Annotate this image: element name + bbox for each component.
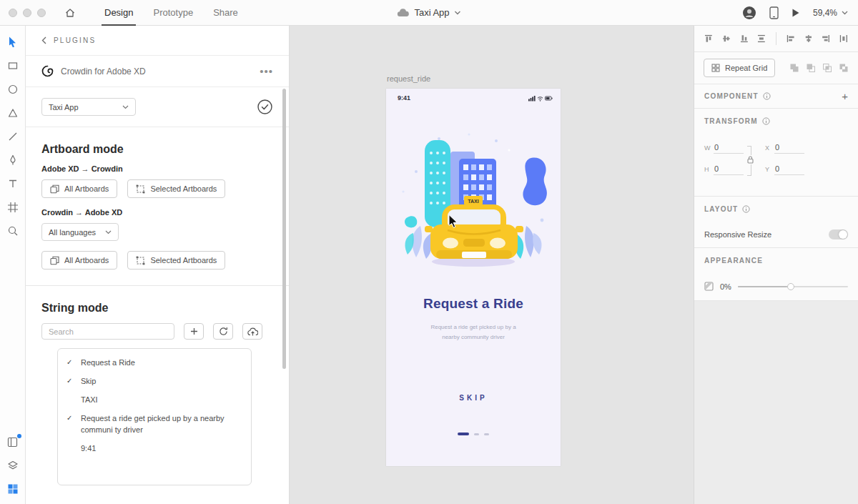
device-preview-icon[interactable] [769,6,779,19]
cloud-icon [397,9,409,17]
taxi-sign-text: TAXI [468,199,478,204]
rectangle-tool[interactable] [6,59,19,72]
info-icon[interactable] [762,117,770,125]
direction-pull-label: Crowdin → Adobe XD [41,208,273,217]
canvas[interactable]: request_ride 9:41 [290,26,694,504]
pull-selected-artboards-button[interactable]: Selected Artboards [127,251,225,270]
repeat-grid-button[interactable]: Repeat Grid [704,59,775,77]
align-top-icon[interactable] [704,34,714,44]
window-zoom-button[interactable] [37,9,46,17]
string-list: ✓ Request a Ride ✓ Skip TAXI ✓ Request a… [57,348,252,485]
layers-button[interactable] [6,459,19,472]
plugin-panel-icon [7,437,18,448]
info-icon[interactable] [742,205,750,213]
project-select[interactable]: Taxi App [41,98,136,116]
property-inspector: Repeat Grid COMPONENT [694,26,858,504]
string-text: Request a Ride [81,357,135,369]
string-list-item[interactable]: 9:41 [58,440,251,458]
zoom-control[interactable]: 59,4% [813,8,848,18]
onboarding-heading[interactable]: Request a Ride [386,296,561,312]
tab-design[interactable]: Design [94,0,143,26]
pull-all-artboards-button[interactable]: All Artboards [41,251,117,270]
boolean-subtract-icon[interactable] [806,63,816,73]
tab-prototype[interactable]: Prototype [143,0,203,26]
search-input[interactable] [41,323,174,340]
boolean-union-icon[interactable] [789,63,799,73]
page-indicator[interactable] [386,433,561,435]
opacity-slider-fill [738,286,787,287]
ellipse-icon [7,84,19,95]
width-input[interactable] [714,142,744,154]
align-hcenter-icon[interactable] [804,34,814,44]
string-list-item[interactable]: TAXI [58,391,251,410]
artboard-icon [7,202,19,213]
polygon-tool[interactable] [6,107,19,119]
y-input[interactable] [774,163,804,175]
x-input[interactable] [774,142,804,154]
boolean-intersect-icon[interactable] [822,63,832,73]
play-preview-icon[interactable] [792,8,800,18]
onboarding-subtitle[interactable]: Request a ride get picked up by a nearby… [386,322,561,342]
height-input[interactable] [714,163,744,175]
layout-header-label: LAYOUT [704,205,738,213]
panel-scrollbar[interactable] [282,89,286,369]
x-field-label: X [765,144,774,152]
add-string-button[interactable] [184,323,204,340]
align-right-icon[interactable] [821,34,831,44]
add-component-button[interactable]: + [842,90,848,102]
string-list-item[interactable]: ✓ Request a Ride [58,354,251,372]
boolean-exclude-icon[interactable] [839,63,849,73]
artboard-tool[interactable] [6,201,19,214]
upload-strings-button[interactable] [242,323,262,340]
string-mode-section: String mode [26,286,289,485]
ellipse-tool[interactable] [6,83,19,96]
plugin-name: Crowdin for Adobe XD [61,66,146,76]
push-all-artboards-button[interactable]: All Artboards [41,179,117,198]
chevron-down-icon [105,230,112,234]
distribute-vertical-icon[interactable] [756,34,766,44]
taxi-illustration[interactable]: TAXI [395,130,552,273]
text-tool[interactable] [6,177,19,190]
string-text: 9:41 [81,443,96,455]
select-cursor-icon [8,36,18,48]
pen-tool[interactable] [6,154,19,167]
refresh-strings-button[interactable] [213,323,233,340]
string-check-mark: ✓ [66,357,81,368]
back-chevron-icon[interactable] [41,36,46,44]
account-avatar[interactable] [742,6,756,20]
opacity-slider-knob[interactable] [787,283,794,290]
distribute-horizontal-icon[interactable] [839,34,849,44]
info-icon[interactable] [763,92,771,100]
responsive-resize-row: Responsive Resize [694,221,858,248]
tab-share[interactable]: Share [203,0,248,26]
confirm-check-button[interactable] [257,99,273,115]
languages-select[interactable]: All languages [41,223,119,241]
artboard-request-ride[interactable]: 9:41 [386,89,561,466]
lock-aspect-button[interactable] [747,155,754,164]
opacity-slider[interactable] [738,286,848,287]
plugins-panel-toggle[interactable] [6,435,19,448]
line-tool[interactable] [6,130,19,143]
transform-section-header: TRANSFORM [694,109,858,133]
repeat-grid-label: Repeat Grid [725,64,767,72]
align-bottom-icon[interactable] [739,34,749,44]
window-minimize-button[interactable] [23,9,31,17]
crowdin-logo [41,65,54,77]
window-close-button[interactable] [9,9,17,17]
string-list-item[interactable]: ✓ Skip [58,372,251,391]
align-left-icon[interactable] [786,34,796,44]
phone-status-bar[interactable]: 9:41 [398,94,553,102]
appearance-header-label: APPEARANCE [704,257,763,265]
document-title-menu[interactable]: Taxi App [397,7,460,18]
home-button[interactable] [64,7,76,19]
responsive-resize-toggle[interactable] [829,229,848,239]
artboard-name-label[interactable]: request_ride [387,74,430,83]
align-vcenter-icon[interactable] [721,34,731,44]
select-tool[interactable] [6,36,19,49]
more-options-icon[interactable]: ••• [260,65,273,77]
push-selected-artboards-button[interactable]: Selected Artboards [127,179,225,198]
assets-button[interactable] [6,483,19,495]
string-list-item[interactable]: ✓ Request a ride get picked up by a near… [58,410,251,440]
zoom-tool[interactable] [6,224,19,237]
skip-button[interactable]: SKIP [386,394,561,402]
